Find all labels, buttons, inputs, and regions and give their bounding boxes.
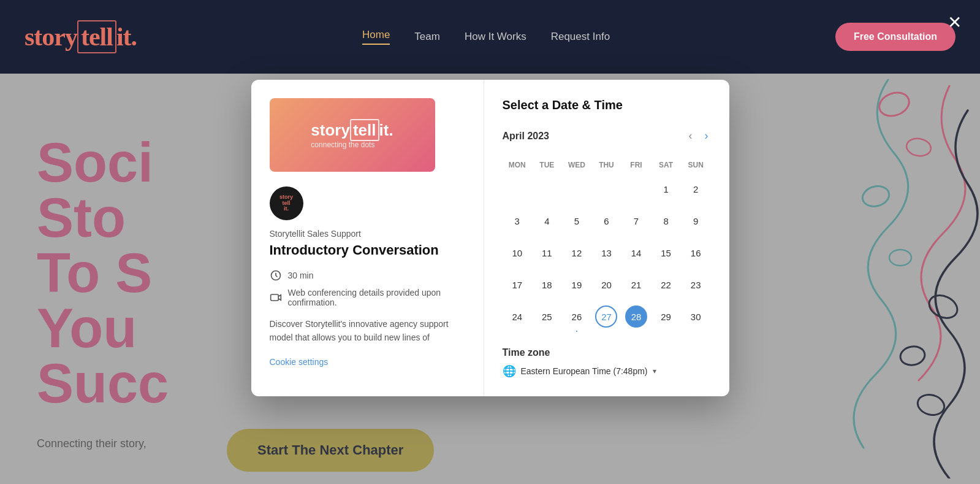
day-2: 2 — [681, 173, 711, 205]
day-10[interactable]: 10 — [503, 237, 533, 269]
modal-left-panel: storytellit. connecting the dots storyte… — [251, 80, 484, 396]
day-30: 30 — [681, 301, 711, 332]
duration-text: 30 min — [288, 271, 314, 280]
day-11[interactable]: 11 — [532, 237, 562, 269]
calendar-nav: April 2023 ‹ › — [503, 127, 711, 145]
table-row: 24 25 26 27 28 29 30 — [503, 301, 711, 332]
globe-icon: 🌐 — [503, 364, 516, 378]
day-15: 15 — [651, 237, 681, 269]
col-sun: SUN — [681, 157, 711, 173]
col-wed: WED — [562, 157, 592, 173]
day-3[interactable]: 3 — [503, 205, 533, 237]
modal-right-panel: Select a Date & Time April 2023 ‹ › MON … — [484, 80, 729, 396]
cal-header-title: Select a Date & Time — [503, 98, 711, 112]
table-row: 3 4 5 6 7 8 9 — [503, 205, 711, 237]
modal: storytellit. connecting the dots storyte… — [251, 80, 729, 396]
day-27[interactable]: 27 — [591, 301, 621, 332]
timezone-label: Time zone — [503, 347, 711, 358]
col-sat: SAT — [651, 157, 681, 173]
day-12[interactable]: 12 — [562, 237, 592, 269]
day-28[interactable]: 28 — [621, 301, 651, 332]
day-26[interactable]: 26 — [562, 301, 592, 332]
day-22: 22 — [651, 269, 681, 301]
day-empty — [621, 173, 651, 205]
timezone-text: Eastern European Time (7:48pm) — [521, 366, 648, 376]
video-icon — [270, 291, 282, 304]
meeting-type-item: Web conferencing details provided upon c… — [270, 288, 465, 307]
svg-rect-8 — [270, 294, 278, 301]
avatar: storytellit. — [270, 186, 303, 220]
free-consultation-button[interactable]: Free Consultation — [835, 23, 955, 51]
col-fri: FRI — [621, 157, 651, 173]
modal-overlay: storytellit. connecting the dots storyte… — [0, 74, 980, 484]
day-empty — [562, 173, 592, 205]
avatar-text: storytellit. — [279, 194, 293, 213]
day-empty — [591, 173, 621, 205]
col-tue: TUE — [532, 157, 562, 173]
next-month-button[interactable]: › — [702, 127, 711, 145]
modal-logo-subtext: connecting the dots — [311, 140, 393, 149]
nav-links: Home Team How It Works Request Info — [362, 29, 610, 45]
nav-request-info[interactable]: Request Info — [551, 31, 610, 43]
col-mon: MON — [503, 157, 533, 173]
day-7[interactable]: 7 — [621, 205, 651, 237]
day-6[interactable]: 6 — [591, 205, 621, 237]
close-button[interactable]: ✕ — [948, 12, 962, 33]
day-23: 23 — [681, 269, 711, 301]
modal-logo-banner: storytellit. connecting the dots — [270, 98, 435, 172]
calendar-grid: MON TUE WED THU FRI SAT SUN — [503, 157, 711, 332]
clock-icon — [270, 269, 282, 282]
day-20[interactable]: 20 — [591, 269, 621, 301]
description-text: Discover Storytellit's innovative agency… — [270, 317, 465, 345]
day-4[interactable]: 4 — [532, 205, 562, 237]
modal-logo-text: storytellit. — [311, 121, 393, 140]
table-row: 1 2 — [503, 173, 711, 205]
day-21[interactable]: 21 — [621, 269, 651, 301]
nav-how-it-works[interactable]: How It Works — [465, 31, 526, 43]
day-14[interactable]: 14 — [621, 237, 651, 269]
day-1: 1 — [651, 173, 681, 205]
chevron-down-icon: ▾ — [653, 367, 656, 375]
day-25[interactable]: 25 — [532, 301, 562, 332]
prev-month-button[interactable]: ‹ — [686, 127, 695, 145]
timezone-section: Time zone 🌐 Eastern European Time (7:48p… — [503, 347, 711, 378]
day-16: 16 — [681, 237, 711, 269]
table-row: 17 18 19 20 21 22 23 — [503, 269, 711, 301]
org-name: Storytellit Sales Support — [270, 229, 465, 239]
meeting-title: Introductory Conversation — [270, 242, 465, 258]
day-empty — [532, 173, 562, 205]
calendar-month: April 2023 — [503, 131, 679, 142]
col-thu: THU — [591, 157, 621, 173]
day-empty — [503, 173, 533, 205]
day-29: 29 — [651, 301, 681, 332]
day-17[interactable]: 17 — [503, 269, 533, 301]
day-9: 9 — [681, 205, 711, 237]
table-row: 10 11 12 13 14 15 16 — [503, 237, 711, 269]
cookie-settings-link[interactable]: Cookie settings — [270, 357, 465, 367]
nav-team[interactable]: Team — [414, 31, 440, 43]
day-19[interactable]: 19 — [562, 269, 592, 301]
day-13[interactable]: 13 — [591, 237, 621, 269]
navbar: storytellit. Home Team How It Works Requ… — [0, 0, 980, 74]
day-8: 8 — [651, 205, 681, 237]
logo: storytellit. — [25, 22, 137, 52]
meeting-type-text: Web conferencing details provided upon c… — [288, 288, 465, 307]
day-18[interactable]: 18 — [532, 269, 562, 301]
timezone-dropdown[interactable]: 🌐 Eastern European Time (7:48pm) ▾ — [503, 364, 711, 378]
day-5[interactable]: 5 — [562, 205, 592, 237]
day-24[interactable]: 24 — [503, 301, 533, 332]
duration-item: 30 min — [270, 269, 465, 282]
nav-home[interactable]: Home — [362, 29, 390, 45]
